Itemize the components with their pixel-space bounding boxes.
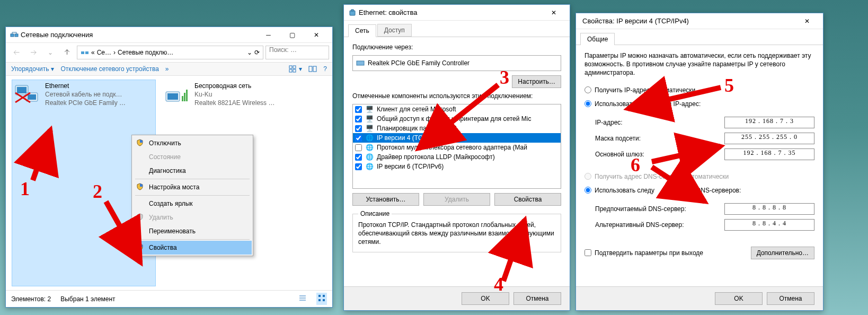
ctx-rename[interactable]: Переименовать bbox=[133, 224, 252, 238]
view-icon[interactable]: ▾ bbox=[288, 65, 302, 73]
checkbox[interactable] bbox=[355, 144, 362, 151]
checkbox[interactable] bbox=[355, 154, 362, 161]
tab-access[interactable]: Доступ bbox=[377, 24, 412, 37]
up-button[interactable]: 🡡 bbox=[60, 45, 75, 60]
tab-network[interactable]: Сеть bbox=[348, 24, 376, 37]
advanced-button[interactable]: Дополнительно… bbox=[751, 247, 814, 259]
cancel-button[interactable]: Отмена bbox=[513, 292, 561, 305]
titlebar[interactable]: Ethernet: свойства ✕ bbox=[344, 5, 570, 21]
configure-button[interactable]: Настроить… bbox=[512, 75, 561, 88]
checkbox[interactable] bbox=[355, 125, 362, 132]
validate-checkbox[interactable] bbox=[584, 249, 591, 256]
svg-rect-7 bbox=[289, 66, 292, 68]
adapter-icon bbox=[356, 59, 365, 67]
ipv4-properties-dialog: Свойства: IP версии 4 (TCP/IPv4) ✕ Общие… bbox=[575, 13, 823, 311]
dialog-title: Свойства: IP версии 4 (TCP/IPv4) bbox=[580, 17, 795, 25]
breadcrumb-part[interactable]: Сетевые подклю… bbox=[118, 49, 173, 56]
close-button[interactable]: ✕ bbox=[542, 5, 565, 20]
subnet-mask-field[interactable]: 255 . 255 . 255 . 0 bbox=[724, 133, 814, 144]
svg-rect-16 bbox=[28, 94, 36, 100]
refresh-icon[interactable]: ⟳ bbox=[254, 49, 260, 56]
breadcrumb-part[interactable]: « bbox=[91, 49, 95, 56]
ctx-diagnostics[interactable]: Диагностика bbox=[133, 164, 252, 178]
address-bar[interactable]: « Се… › Сетевые подклю… ⌄ ⟳ bbox=[77, 46, 263, 59]
forward-button[interactable]: 🡢 bbox=[26, 45, 41, 60]
ctx-disable[interactable]: Отключить bbox=[133, 136, 252, 150]
checkbox[interactable] bbox=[355, 116, 362, 122]
svg-rect-32 bbox=[351, 10, 353, 11]
list-item[interactable]: 🌐Драйвер протокола LLDP (Майкрософт) bbox=[353, 152, 561, 162]
protocol-icon: 🌐 bbox=[365, 134, 374, 142]
connection-adapter: Realtek 8821AE Wireless … bbox=[194, 99, 274, 107]
svg-rect-6 bbox=[85, 51, 88, 54]
install-button[interactable]: Установить… bbox=[352, 193, 419, 206]
back-button[interactable]: 🡠 bbox=[9, 45, 24, 60]
list-item[interactable]: 🖥️Общий доступ к файлам и принтерам для … bbox=[353, 114, 561, 124]
properties-button[interactable]: Свойства bbox=[494, 193, 561, 206]
breadcrumb-part[interactable]: Се… bbox=[97, 49, 111, 56]
breadcrumb-separator: › bbox=[113, 49, 116, 56]
list-item[interactable]: 🌐Протокол мультиплексора сетевого адапте… bbox=[353, 143, 561, 152]
radio-manual-ip[interactable]: Использовать следующий IP-адрес: bbox=[584, 99, 814, 109]
validate-checkbox-row[interactable]: Подтвердить параметры при выходе bbox=[584, 249, 703, 257]
connection-status: Сетевой кабель не подк… bbox=[45, 91, 126, 98]
recent-dropdown[interactable]: ⌄ bbox=[43, 45, 58, 60]
minimize-button[interactable]: ─ bbox=[256, 28, 280, 42]
organize-menu[interactable]: Упорядочить ▾ bbox=[11, 65, 54, 73]
separator bbox=[135, 179, 250, 179]
help-icon[interactable]: ? bbox=[323, 65, 327, 73]
titlebar[interactable]: Свойства: IP версии 4 (TCP/IPv4) ✕ bbox=[576, 13, 823, 29]
radio-auto-dns: Получить адрес DNS-сервера автоматически bbox=[584, 171, 814, 182]
ip-address-field[interactable]: 192 . 168 . 7 . 3 bbox=[724, 117, 814, 128]
radio[interactable] bbox=[584, 100, 591, 107]
close-button[interactable]: ✕ bbox=[795, 14, 819, 29]
dialog-title: Ethernet: свойства bbox=[357, 8, 542, 16]
radio-auto-ip[interactable]: Получить IP-адрес автоматически bbox=[584, 85, 814, 95]
list-item[interactable]: 🌐IP версии 6 (TCP/IPv6) bbox=[353, 162, 561, 171]
components-listbox[interactable]: 🖥️Клиент для сетей Microsoft 🖥️Общий дос… bbox=[352, 104, 561, 189]
tiles-view-icon[interactable] bbox=[316, 293, 327, 305]
checkbox[interactable] bbox=[355, 106, 362, 113]
network-folder-icon bbox=[81, 48, 89, 57]
more-commands[interactable]: » bbox=[165, 65, 169, 73]
gateway-label: Основной шлюз: bbox=[595, 151, 644, 158]
checkbox[interactable] bbox=[355, 135, 362, 142]
preferred-dns-field[interactable]: 8 . 8 . 8 . 8 bbox=[724, 203, 814, 215]
ethernet-icon bbox=[14, 82, 40, 104]
tab-general[interactable]: Общие bbox=[580, 33, 615, 45]
maximize-button[interactable]: ▢ bbox=[280, 28, 304, 42]
svg-rect-12 bbox=[313, 66, 316, 72]
dns2-label: Альтернативный DNS-сервер: bbox=[595, 221, 684, 229]
intro-text: Параметры IP можно назначать автоматичес… bbox=[584, 51, 814, 77]
details-view-icon[interactable] bbox=[298, 294, 307, 304]
ip-label: IP-адрес: bbox=[595, 119, 623, 126]
dropdown-icon[interactable]: ⌄ bbox=[247, 49, 252, 56]
radio[interactable] bbox=[584, 86, 591, 93]
alternate-dns-field[interactable]: 8 . 8 . 4 . 4 bbox=[724, 219, 814, 231]
radio[interactable] bbox=[584, 187, 591, 194]
list-item[interactable]: 🖥️Планировщик пакетов QoS bbox=[353, 124, 561, 133]
checkbox[interactable] bbox=[355, 163, 362, 170]
ctx-properties[interactable]: Свойства bbox=[133, 241, 252, 255]
list-item-ipv4[interactable]: 🌐IP версии 4 (TCP/IPv4) bbox=[353, 133, 561, 143]
svg-rect-21 bbox=[182, 96, 183, 101]
disable-device-cmd[interactable]: Отключение сетевого устройства bbox=[60, 65, 158, 73]
gateway-field[interactable]: 192 . 168 . 7 . 35 bbox=[724, 148, 814, 160]
connect-using-label: Подключение через: bbox=[352, 43, 561, 51]
titlebar[interactable]: Сетевые подключения ─ ▢ ✕ bbox=[6, 27, 332, 43]
radio-manual-dns[interactable]: Использовать следующие адреса DNS-сервер… bbox=[584, 185, 814, 196]
ok-button[interactable]: OK bbox=[462, 292, 509, 305]
close-button[interactable]: ✕ bbox=[304, 28, 328, 42]
description-group: Описание Протокол TCP/IP. Стандартный пр… bbox=[352, 210, 561, 252]
svg-rect-28 bbox=[323, 295, 325, 297]
ctx-bridge[interactable]: Настройка моста bbox=[133, 180, 252, 194]
network-folder-icon bbox=[10, 31, 19, 39]
protocol-icon: 🌐 bbox=[365, 144, 374, 151]
list-item[interactable]: 🖥️Клиент для сетей Microsoft bbox=[353, 104, 561, 114]
search-box[interactable]: Поиск: … bbox=[265, 46, 329, 59]
ok-button[interactable]: OK bbox=[715, 292, 763, 305]
preview-icon[interactable] bbox=[308, 65, 317, 73]
ctx-shortcut[interactable]: Создать ярлык bbox=[133, 197, 252, 211]
adapter-field: Realtek PCIe GbE Family Controller bbox=[352, 55, 561, 71]
cancel-button[interactable]: Отмена bbox=[767, 292, 814, 305]
